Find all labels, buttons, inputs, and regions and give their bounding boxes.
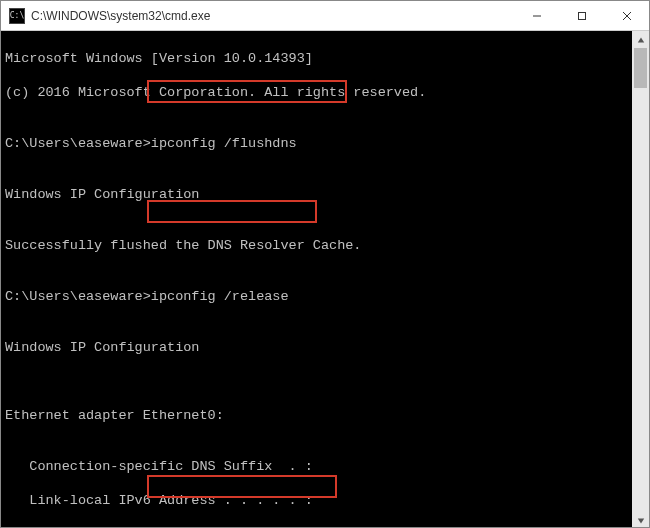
command-text: ipconfig /release <box>151 288 289 305</box>
prompt-line: C:\Users\easeware>ipconfig /flushdns <box>5 135 645 152</box>
output-line: Link-local IPv6 Address . . . . . : <box>5 492 645 509</box>
prompt-line: C:\Users\easeware>ipconfig /release <box>5 288 645 305</box>
output-line: Successfully flushed the DNS Resolver Ca… <box>5 237 645 254</box>
close-button[interactable] <box>604 1 649 30</box>
prompt: C:\Users\easeware> <box>5 288 151 305</box>
cmd-icon: C:\ <box>9 8 25 24</box>
minimize-button[interactable] <box>514 1 559 30</box>
window-controls <box>514 1 649 30</box>
console-area: Microsoft Windows [Version 10.0.14393] (… <box>1 31 649 528</box>
prompt: C:\Users\easeware> <box>5 135 151 152</box>
svg-rect-1 <box>578 12 585 19</box>
console-output[interactable]: Microsoft Windows [Version 10.0.14393] (… <box>1 31 649 528</box>
window-titlebar: C:\ C:\WINDOWS\system32\cmd.exe <box>1 1 649 31</box>
svg-marker-4 <box>637 37 643 42</box>
window-title: C:\WINDOWS\system32\cmd.exe <box>31 9 514 23</box>
scrollbar-track[interactable] <box>632 48 649 512</box>
scrollbar-thumb[interactable] <box>634 48 647 88</box>
output-line: Windows IP Configuration <box>5 339 645 356</box>
output-line: Microsoft Windows [Version 10.0.14393] <box>5 50 645 67</box>
vertical-scrollbar[interactable] <box>632 31 649 528</box>
svg-marker-5 <box>637 518 643 523</box>
scroll-up-arrow-icon[interactable] <box>632 31 649 48</box>
scroll-down-arrow-icon[interactable] <box>632 512 649 528</box>
command-text: ipconfig /flushdns <box>151 135 297 152</box>
output-line: (c) 2016 Microsoft Corporation. All righ… <box>5 84 645 101</box>
output-line: Ethernet adapter Ethernet0: <box>5 407 645 424</box>
output-line: Connection-specific DNS Suffix . : <box>5 458 645 475</box>
maximize-button[interactable] <box>559 1 604 30</box>
output-line: Windows IP Configuration <box>5 186 645 203</box>
